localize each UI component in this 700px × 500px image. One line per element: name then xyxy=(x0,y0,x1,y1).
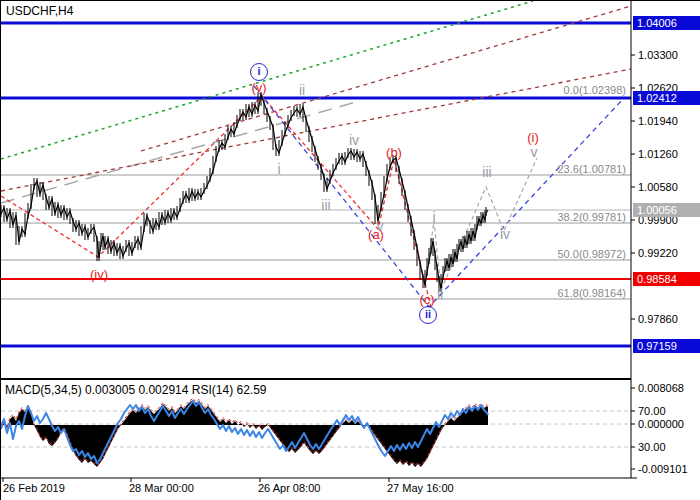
fib-level-label: 38.2(0.99781) xyxy=(558,211,627,223)
price-axis-label: 0.97860 xyxy=(638,313,678,325)
price-axis-label: 1.03300 xyxy=(638,49,678,61)
fib-level-label: 50.0(0.98972) xyxy=(558,248,627,260)
wave-label: ii xyxy=(437,286,443,302)
wave-label: (a) xyxy=(368,227,384,242)
price-badge: 0.97159 xyxy=(633,339,700,353)
date-label: 26 Feb 2019 xyxy=(3,482,65,494)
wave-label: ii xyxy=(419,306,437,324)
wave-label: ii xyxy=(299,82,305,98)
price-axis-label: 30.00 xyxy=(638,441,666,453)
date-label: 28 Mar 00:00 xyxy=(129,482,194,494)
fib-level-label: 0.0(1.02398) xyxy=(564,84,626,96)
price-badge: 1.00056 xyxy=(633,203,700,217)
wave-label: (b) xyxy=(386,145,402,160)
wave-label: i xyxy=(277,161,280,177)
price-axis-label: -0.009101 xyxy=(638,463,688,475)
price-badge: 0.98584 xyxy=(633,272,700,286)
wave-label: v xyxy=(531,144,538,160)
price-axis-label: 0.99220 xyxy=(638,247,678,259)
price-axis-label: 0.000000 xyxy=(638,418,684,430)
wave-label: (v) xyxy=(251,80,266,95)
price-axis-label: 0.008068 xyxy=(638,382,684,394)
fib-level-label: 61.8(0.98164) xyxy=(558,287,627,299)
price-axis-label: 1.00580 xyxy=(638,181,678,193)
wave-label: (i) xyxy=(527,130,539,145)
trendline xyxy=(1,1,533,159)
macd-indicator-label: MACD(5,34,5) 0.003005 0.002914 RSI(14) 6… xyxy=(5,383,267,397)
price-axis-label: 1.01940 xyxy=(638,115,678,127)
price-axis-label: 70.00 xyxy=(638,405,666,417)
wave-label: i xyxy=(432,209,435,225)
wave-label: i xyxy=(250,63,268,81)
wave-label: (c) xyxy=(419,292,434,307)
wave-label: iv xyxy=(349,132,359,148)
price-badge: 1.04006 xyxy=(633,16,700,30)
symbol-timeframe-label: USDCHF,H4 xyxy=(6,4,73,18)
fib-level-label: 23.6(1.00781) xyxy=(558,163,627,175)
wave-label: iii xyxy=(321,197,330,213)
wave-label: (iv) xyxy=(90,267,108,282)
price-badge: 1.02412 xyxy=(633,91,700,105)
wave-zigzag-line xyxy=(1,96,431,307)
date-label: 26 Apr 08:00 xyxy=(258,482,320,494)
wave-label: iii xyxy=(482,164,491,180)
chart-window: USDCHF,H4 MACD(5,34,5) 0.003005 0.002914… xyxy=(0,0,700,500)
trendline xyxy=(141,6,631,151)
price-axis-label: 1.01260 xyxy=(638,148,678,160)
wave-label: iv xyxy=(500,226,510,242)
date-label: 27 May 16:00 xyxy=(387,482,454,494)
